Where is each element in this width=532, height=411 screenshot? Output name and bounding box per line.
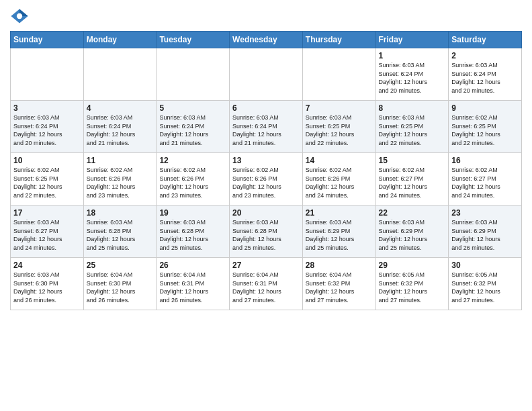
- calendar-cell: 21Sunrise: 6:03 AM Sunset: 6:29 PM Dayli…: [302, 205, 375, 258]
- day-number: 28: [306, 261, 373, 270]
- day-number: 7: [306, 103, 373, 113]
- calendar-cell: 24Sunrise: 6:03 AM Sunset: 6:30 PM Dayli…: [11, 258, 84, 310]
- calendar-cell: 17Sunrise: 6:03 AM Sunset: 6:27 PM Dayli…: [11, 205, 84, 258]
- day-info: Sunrise: 6:04 AM Sunset: 6:31 PM Dayligh…: [159, 271, 226, 304]
- day-number: 21: [306, 208, 373, 218]
- day-info: Sunrise: 6:03 AM Sunset: 6:27 PM Dayligh…: [13, 218, 81, 252]
- day-info: Sunrise: 6:03 AM Sunset: 6:29 PM Dayligh…: [306, 218, 373, 252]
- day-number: 20: [232, 208, 300, 218]
- calendar-cell: 5Sunrise: 6:03 AM Sunset: 6:24 PM Daylig…: [157, 101, 230, 153]
- weekday-header: Wednesday: [230, 32, 303, 48]
- calendar-table: SundayMondayTuesdayWednesdayThursdayFrid…: [10, 31, 522, 310]
- day-info: Sunrise: 6:02 AM Sunset: 6:27 PM Dayligh…: [379, 166, 446, 199]
- calendar-cell: 14Sunrise: 6:02 AM Sunset: 6:26 PM Dayli…: [302, 153, 375, 205]
- calendar-cell: 9Sunrise: 6:02 AM Sunset: 6:25 PM Daylig…: [449, 101, 522, 153]
- day-number: 24: [13, 261, 81, 270]
- day-number: 14: [306, 156, 373, 165]
- weekday-header-row: SundayMondayTuesdayWednesdayThursdayFrid…: [11, 32, 522, 48]
- day-info: Sunrise: 6:03 AM Sunset: 6:24 PM Dayligh…: [451, 61, 519, 95]
- page: SundayMondayTuesdayWednesdayThursdayFrid…: [0, 0, 532, 320]
- day-info: Sunrise: 6:03 AM Sunset: 6:28 PM Dayligh…: [87, 218, 154, 252]
- day-number: 18: [87, 208, 154, 218]
- calendar-cell: 19Sunrise: 6:03 AM Sunset: 6:28 PM Dayli…: [157, 205, 230, 258]
- day-info: Sunrise: 6:04 AM Sunset: 6:30 PM Dayligh…: [87, 271, 154, 304]
- day-number: 1: [379, 51, 446, 60]
- calendar-cell: 2Sunrise: 6:03 AM Sunset: 6:24 PM Daylig…: [449, 48, 522, 101]
- weekday-header: Sunday: [11, 32, 84, 48]
- day-info: Sunrise: 6:02 AM Sunset: 6:25 PM Dayligh…: [451, 113, 519, 147]
- weekday-header: Friday: [375, 32, 449, 48]
- day-info: Sunrise: 6:04 AM Sunset: 6:32 PM Dayligh…: [306, 271, 373, 304]
- weekday-header: Thursday: [302, 32, 375, 48]
- calendar-cell: 1Sunrise: 6:03 AM Sunset: 6:24 PM Daylig…: [375, 48, 449, 101]
- day-info: Sunrise: 6:03 AM Sunset: 6:29 PM Dayligh…: [451, 218, 519, 252]
- calendar-cell: 22Sunrise: 6:03 AM Sunset: 6:29 PM Dayli…: [375, 205, 449, 258]
- day-number: 2: [451, 51, 519, 60]
- calendar-cell: 15Sunrise: 6:02 AM Sunset: 6:27 PM Dayli…: [375, 153, 449, 205]
- weekday-header: Tuesday: [157, 32, 230, 48]
- calendar-cell: 8Sunrise: 6:03 AM Sunset: 6:25 PM Daylig…: [375, 101, 449, 153]
- day-info: Sunrise: 6:02 AM Sunset: 6:25 PM Dayligh…: [13, 166, 81, 199]
- day-number: 25: [87, 261, 154, 270]
- calendar-cell: 12Sunrise: 6:02 AM Sunset: 6:26 PM Dayli…: [157, 153, 230, 205]
- day-info: Sunrise: 6:03 AM Sunset: 6:28 PM Dayligh…: [159, 218, 226, 252]
- day-info: Sunrise: 6:02 AM Sunset: 6:27 PM Dayligh…: [451, 166, 519, 199]
- day-number: 9: [451, 103, 519, 113]
- calendar-cell: 10Sunrise: 6:02 AM Sunset: 6:25 PM Dayli…: [11, 153, 84, 205]
- day-info: Sunrise: 6:02 AM Sunset: 6:26 PM Dayligh…: [232, 166, 300, 199]
- calendar-cell: 4Sunrise: 6:03 AM Sunset: 6:24 PM Daylig…: [83, 101, 157, 153]
- calendar-week-row: 24Sunrise: 6:03 AM Sunset: 6:30 PM Dayli…: [11, 258, 522, 310]
- calendar-cell: 6Sunrise: 6:03 AM Sunset: 6:24 PM Daylig…: [230, 101, 303, 153]
- day-number: 13: [232, 156, 300, 165]
- day-number: 8: [379, 103, 446, 113]
- day-number: 17: [13, 208, 81, 218]
- day-info: Sunrise: 6:03 AM Sunset: 6:25 PM Dayligh…: [379, 113, 446, 147]
- calendar-cell: 11Sunrise: 6:02 AM Sunset: 6:26 PM Dayli…: [83, 153, 157, 205]
- day-number: 16: [451, 156, 519, 165]
- calendar-week-row: 10Sunrise: 6:02 AM Sunset: 6:25 PM Dayli…: [11, 153, 522, 205]
- day-number: 12: [159, 156, 226, 165]
- calendar-cell: [302, 48, 375, 101]
- calendar-cell: [11, 48, 84, 101]
- day-info: Sunrise: 6:03 AM Sunset: 6:24 PM Dayligh…: [13, 113, 81, 147]
- day-info: Sunrise: 6:05 AM Sunset: 6:32 PM Dayligh…: [451, 271, 519, 304]
- calendar-cell: 23Sunrise: 6:03 AM Sunset: 6:29 PM Dayli…: [449, 205, 522, 258]
- calendar-week-row: 17Sunrise: 6:03 AM Sunset: 6:27 PM Dayli…: [11, 205, 522, 258]
- calendar-cell: [230, 48, 303, 101]
- calendar-cell: [157, 48, 230, 101]
- logo: [10, 7, 30, 26]
- day-number: 26: [159, 261, 226, 270]
- calendar-week-row: 3Sunrise: 6:03 AM Sunset: 6:24 PM Daylig…: [11, 101, 522, 153]
- calendar-cell: 20Sunrise: 6:03 AM Sunset: 6:28 PM Dayli…: [230, 205, 303, 258]
- day-number: 19: [159, 208, 226, 218]
- day-info: Sunrise: 6:02 AM Sunset: 6:26 PM Dayligh…: [87, 166, 154, 199]
- day-info: Sunrise: 6:04 AM Sunset: 6:31 PM Dayligh…: [232, 271, 300, 304]
- calendar-cell: 30Sunrise: 6:05 AM Sunset: 6:32 PM Dayli…: [449, 258, 522, 310]
- logo-icon: [10, 7, 29, 26]
- day-number: 10: [13, 156, 81, 165]
- calendar-cell: 18Sunrise: 6:03 AM Sunset: 6:28 PM Dayli…: [83, 205, 157, 258]
- day-info: Sunrise: 6:03 AM Sunset: 6:30 PM Dayligh…: [13, 271, 81, 304]
- day-number: 29: [379, 261, 446, 270]
- weekday-header: Monday: [83, 32, 157, 48]
- calendar-cell: 7Sunrise: 6:03 AM Sunset: 6:25 PM Daylig…: [302, 101, 375, 153]
- calendar-week-row: 1Sunrise: 6:03 AM Sunset: 6:24 PM Daylig…: [11, 48, 522, 101]
- day-number: 11: [87, 156, 154, 165]
- calendar-cell: 26Sunrise: 6:04 AM Sunset: 6:31 PM Dayli…: [157, 258, 230, 310]
- day-number: 22: [379, 208, 446, 218]
- day-info: Sunrise: 6:02 AM Sunset: 6:26 PM Dayligh…: [306, 166, 373, 199]
- day-number: 27: [232, 261, 300, 270]
- calendar-cell: 27Sunrise: 6:04 AM Sunset: 6:31 PM Dayli…: [230, 258, 303, 310]
- day-info: Sunrise: 6:05 AM Sunset: 6:32 PM Dayligh…: [379, 271, 446, 304]
- svg-point-3: [17, 13, 22, 19]
- day-number: 4: [87, 103, 154, 113]
- day-number: 6: [232, 103, 300, 113]
- calendar-cell: 16Sunrise: 6:02 AM Sunset: 6:27 PM Dayli…: [449, 153, 522, 205]
- day-info: Sunrise: 6:03 AM Sunset: 6:28 PM Dayligh…: [232, 218, 300, 252]
- calendar-cell: [83, 48, 157, 101]
- day-info: Sunrise: 6:03 AM Sunset: 6:24 PM Dayligh…: [159, 113, 226, 147]
- day-number: 23: [451, 208, 519, 218]
- day-info: Sunrise: 6:03 AM Sunset: 6:24 PM Dayligh…: [379, 61, 446, 95]
- day-number: 3: [13, 103, 81, 113]
- day-info: Sunrise: 6:03 AM Sunset: 6:25 PM Dayligh…: [306, 113, 373, 147]
